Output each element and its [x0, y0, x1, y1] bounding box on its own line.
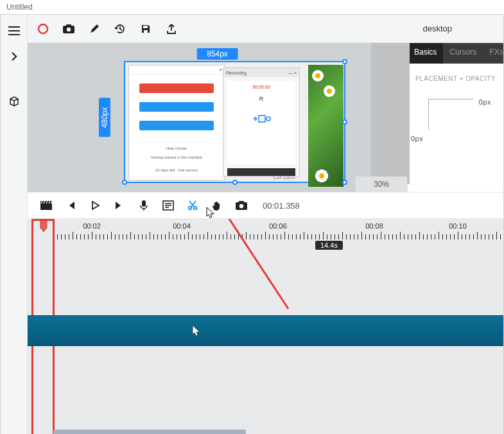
svg-rect-9 — [142, 200, 146, 207]
resize-handle[interactable] — [122, 180, 127, 185]
top-toolbar: desktop — [28, 15, 503, 43]
zoom-readout[interactable]: 30% — [356, 177, 407, 192]
horizontal-scrollbar[interactable] — [53, 430, 246, 434]
video-track-clip[interactable] — [28, 315, 503, 346]
duration-badge: 14.4s — [315, 241, 343, 250]
export-icon[interactable] — [159, 16, 184, 42]
panel-tabs: Basics Cursors FXs — [408, 43, 503, 64]
ruler-tick: 00:06 — [269, 222, 287, 230]
placement-diagram[interactable]: 0px 0px — [428, 99, 473, 130]
resize-handle[interactable] — [342, 180, 347, 185]
svg-point-2 — [67, 27, 71, 31]
svg-rect-15 — [239, 201, 244, 203]
pencil-icon[interactable] — [82, 16, 107, 42]
height-badge: 480px — [99, 98, 110, 137]
ruler-tick: 00:10 — [449, 222, 467, 230]
snapshot-icon[interactable] — [229, 193, 254, 218]
section-heading: PLACEMENT + OPACITY — [415, 75, 496, 82]
mouse-cursor-overlay — [192, 325, 201, 338]
preview-window-b: Recording— × 00:00:00 R 1µ48 1µ8min — [223, 67, 300, 177]
stage-background — [371, 43, 410, 184]
placement-x-value: 0px — [479, 98, 491, 106]
play-icon[interactable] — [83, 193, 107, 218]
cut-scissors-icon[interactable] — [180, 193, 205, 218]
preview-photo — [308, 65, 343, 187]
menu-icon[interactable] — [3, 20, 25, 42]
skip-next-icon[interactable] — [107, 193, 132, 218]
timeline[interactable]: 00:02 00:04 00:06 00:08 00:10 14.4s — [28, 219, 503, 434]
left-rail — [1, 15, 28, 434]
svg-point-0 — [39, 24, 48, 33]
svg-rect-6 — [259, 116, 265, 122]
timecode-readout: 00:01.358 — [263, 201, 300, 211]
camera-icon[interactable] — [56, 16, 82, 42]
properties-panel: Basics Cursors FXs PLACEMENT + OPACITY 0… — [407, 43, 503, 192]
tab-fxs[interactable]: FXs — [483, 43, 504, 64]
save-icon[interactable] — [133, 16, 159, 42]
ruler-tick: 00:04 — [173, 222, 191, 230]
selection-bbox[interactable]: × Help Center Getting started in the int… — [124, 61, 345, 183]
microphone-icon[interactable] — [132, 193, 156, 218]
time-ruler[interactable]: 00:02 00:04 00:06 00:08 00:10 — [53, 219, 503, 239]
svg-rect-8 — [40, 204, 52, 210]
resize-handle[interactable] — [342, 59, 347, 64]
resize-handle[interactable] — [232, 180, 238, 185]
width-badge: 854px — [196, 48, 238, 60]
transport-bar: 00:01.358 — [28, 192, 503, 219]
history-icon[interactable] — [107, 16, 133, 42]
ruler-tick: 00:08 — [365, 222, 383, 230]
window-title: Untitled — [0, 0, 504, 14]
preview-stage[interactable]: 854px 480px × Help Center Getting starte… — [28, 43, 407, 192]
svg-rect-3 — [66, 24, 71, 26]
preview-window-a: × Help Center Getting started in the int… — [128, 65, 225, 180]
hand-pan-icon[interactable] — [205, 193, 229, 218]
record-icon[interactable] — [30, 16, 56, 42]
svg-point-14 — [239, 204, 243, 208]
canvas-title: desktop — [422, 24, 452, 33]
expand-icon[interactable] — [3, 46, 25, 67]
cube-icon[interactable] — [3, 91, 25, 112]
text-block-icon[interactable] — [156, 193, 180, 218]
svg-rect-4 — [143, 26, 148, 28]
tab-cursors[interactable]: Cursors — [443, 43, 483, 64]
svg-rect-5 — [144, 30, 148, 33]
resize-handle[interactable] — [342, 119, 347, 125]
skip-prev-icon[interactable] — [58, 193, 83, 218]
placement-y-value: 0px — [411, 135, 423, 143]
ruler-tick: 00:02 — [83, 222, 101, 230]
svg-point-7 — [266, 117, 270, 121]
clapper-icon[interactable] — [34, 193, 58, 218]
tab-basics[interactable]: Basics — [408, 43, 443, 64]
